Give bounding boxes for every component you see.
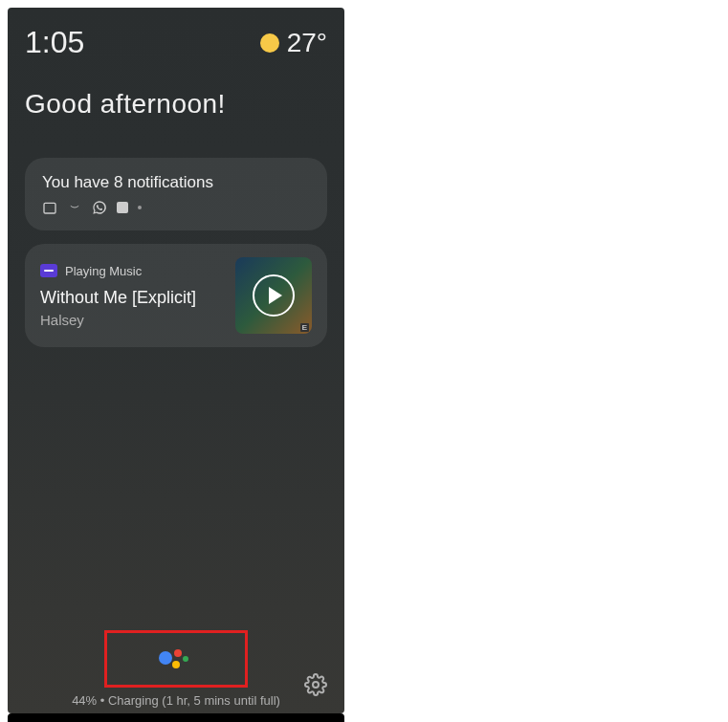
bottom-bar: 44% • Charging (1 hr, 5 mins until full) xyxy=(8,630,344,713)
charging-status: 44% • Charging (1 hr, 5 mins until full) xyxy=(72,693,280,708)
weather-widget[interactable]: 27° xyxy=(260,28,327,58)
sun-icon xyxy=(260,33,279,53)
play-button[interactable] xyxy=(253,274,295,317)
greeting-text: Good afternoon! xyxy=(25,89,327,120)
whatsapp-icon xyxy=(92,200,107,215)
music-source: Playing Music xyxy=(40,264,235,278)
always-on-display-right: 01 06 44% • Charging (1 hr, 5 mins until… xyxy=(8,713,344,722)
track-title: Without Me [Explicit] xyxy=(40,288,235,308)
notification-app-icons xyxy=(42,200,310,215)
music-card[interactable]: Playing Music Without Me [Explicit] Hals… xyxy=(25,244,327,347)
notifications-card[interactable]: You have 8 notifications xyxy=(25,158,327,230)
app-icon xyxy=(117,202,128,213)
amazon-music-icon xyxy=(40,264,57,277)
svg-point-7 xyxy=(313,682,319,688)
assistant-dot-blue-icon xyxy=(159,651,172,665)
assistant-highlight-box xyxy=(104,630,248,688)
more-dot-icon xyxy=(138,206,142,209)
play-icon xyxy=(269,287,282,304)
assistant-dot-red-icon xyxy=(174,649,182,657)
amazon-icon xyxy=(67,200,82,215)
ambient-screen-left: 1:05 27° Good afternoon! You have 8 noti… xyxy=(8,8,344,713)
clock-time: 1:05 xyxy=(25,25,84,60)
calendar-icon xyxy=(42,200,57,215)
assistant-dot-yellow-icon xyxy=(172,661,180,668)
music-info: Playing Music Without Me [Explicit] Hals… xyxy=(40,264,235,328)
google-assistant-button[interactable] xyxy=(159,645,193,672)
temperature: 27° xyxy=(287,28,327,58)
status-bar: 1:05 27° xyxy=(25,25,327,60)
album-art xyxy=(235,257,312,334)
music-label: Playing Music xyxy=(65,264,142,278)
settings-button[interactable] xyxy=(304,673,327,696)
notifications-title: You have 8 notifications xyxy=(42,173,310,192)
track-artist: Halsey xyxy=(40,312,235,328)
svg-rect-0 xyxy=(44,203,55,213)
assistant-dot-green-icon xyxy=(183,656,188,662)
